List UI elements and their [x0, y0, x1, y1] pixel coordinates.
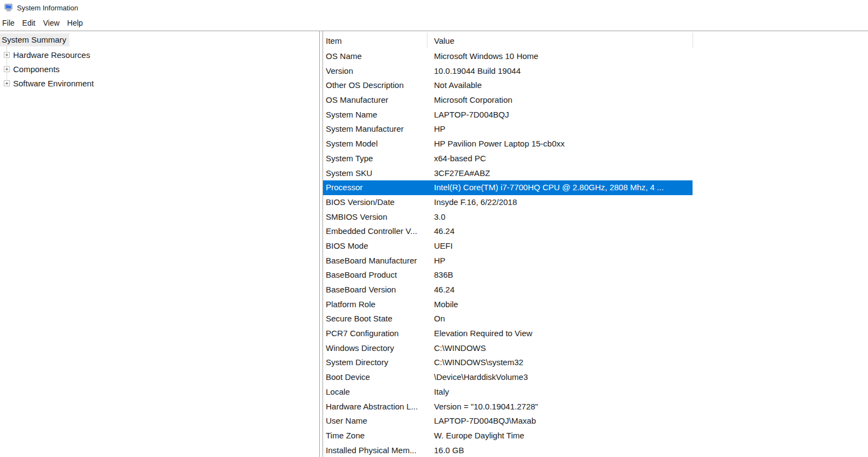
- menu-item-help[interactable]: Help: [63, 15, 87, 31]
- item-cell: Hardware Abstraction L...: [323, 400, 427, 414]
- table-row[interactable]: SMBIOS Version3.0: [323, 210, 693, 225]
- table-row[interactable]: OS ManufacturerMicrosoft Corporation: [323, 93, 693, 108]
- table-row[interactable]: Secure Boot StateOn: [323, 312, 693, 326]
- item-cell: PCR7 Configuration: [323, 326, 427, 341]
- table-row[interactable]: BaseBoard Product836B: [323, 268, 693, 283]
- item-cell: System Directory: [323, 355, 427, 370]
- table-row[interactable]: System DirectoryC:\WINDOWS\system32: [323, 355, 693, 370]
- expand-plus-icon[interactable]: [4, 66, 10, 72]
- item-cell: Embedded Controller V...: [323, 224, 427, 239]
- item-cell: Secure Boot State: [323, 312, 427, 326]
- tree-items: Hardware ResourcesComponentsSoftware Env…: [0, 48, 319, 91]
- item-cell: Platform Role: [323, 297, 427, 312]
- tree-item-label: Components: [13, 65, 60, 74]
- item-cell: OS Name: [323, 49, 427, 64]
- value-cell: LAPTOP-7D004BQJ\Maxab: [427, 414, 693, 429]
- item-cell: BaseBoard Version: [323, 283, 427, 297]
- item-cell: Version: [323, 64, 427, 79]
- column-header-item[interactable]: Item: [326, 31, 424, 49]
- table-row[interactable]: OS NameMicrosoft Windows 10 Home: [323, 49, 693, 64]
- tree-item-components[interactable]: Components: [0, 62, 319, 77]
- tree-item-label: System Summary: [0, 33, 69, 46]
- value-cell: 3.0: [427, 210, 693, 225]
- value-cell: Elevation Required to View: [427, 326, 693, 341]
- table-row[interactable]: System SKU3CF27EA#ABZ: [323, 166, 693, 181]
- value-cell: HP Pavilion Power Laptop 15-cb0xx: [427, 137, 693, 151]
- value-cell: On: [427, 312, 693, 326]
- value-cell: Not Available: [427, 78, 693, 93]
- table-row[interactable]: BaseBoard Version46.24: [323, 283, 693, 297]
- content-area: System Summary Hardware ResourcesCompone…: [0, 31, 868, 457]
- table-row[interactable]: Time ZoneW. Europe Daylight Time: [323, 429, 693, 443]
- menu-bar: FileEditViewHelp: [0, 15, 868, 31]
- table-row[interactable]: Platform RoleMobile: [323, 297, 693, 312]
- table-row[interactable]: System ModelHP Pavilion Power Laptop 15-…: [323, 137, 693, 151]
- value-cell: 46.24: [427, 283, 693, 297]
- item-cell: Installed Physical Mem...: [323, 443, 427, 457]
- value-cell: C:\WINDOWS: [427, 341, 693, 356]
- column-divider[interactable]: [693, 33, 693, 48]
- column-divider[interactable]: [427, 33, 427, 48]
- item-cell: BIOS Version/Date: [323, 195, 427, 210]
- table-row[interactable]: System Typex64-based PC: [323, 151, 693, 166]
- table-row[interactable]: Boot Device\Device\HarddiskVolume3: [323, 370, 693, 385]
- value-cell: W. Europe Daylight Time: [427, 429, 693, 443]
- item-cell: Locale: [323, 385, 427, 400]
- table-row[interactable]: BIOS Version/DateInsyde F.16, 6/22/2018: [323, 195, 693, 210]
- tree-item-hardware-resources[interactable]: Hardware Resources: [0, 48, 319, 62]
- value-cell: Insyde F.16, 6/22/2018: [427, 195, 693, 210]
- item-cell: System Manufacturer: [323, 122, 427, 137]
- table-row[interactable]: BaseBoard ManufacturerHP: [323, 254, 693, 268]
- system-information-icon: [4, 3, 13, 12]
- item-cell: BIOS Mode: [323, 239, 427, 254]
- column-header-value[interactable]: Value: [434, 31, 685, 49]
- menu-item-edit[interactable]: Edit: [19, 15, 39, 31]
- table-row[interactable]: User NameLAPTOP-7D004BQJ\Maxab: [323, 414, 693, 429]
- table-row[interactable]: Embedded Controller V...46.24: [323, 224, 693, 239]
- table-row[interactable]: PCR7 ConfigurationElevation Required to …: [323, 326, 693, 341]
- tree-item-label: Software Environment: [13, 79, 94, 88]
- menu-item-file[interactable]: File: [0, 15, 19, 31]
- item-cell: Other OS Description: [323, 78, 427, 93]
- detail-list-panel: Item Value OS NameMicrosoft Windows 10 H…: [322, 31, 868, 457]
- value-cell: 10.0.19044 Build 19044: [427, 64, 693, 79]
- item-cell: Time Zone: [323, 429, 427, 443]
- value-cell: LAPTOP-7D004BQJ: [427, 108, 693, 122]
- value-cell: Version = "10.0.19041.2728": [427, 400, 693, 414]
- value-cell: \Device\HarddiskVolume3: [427, 370, 693, 385]
- item-cell: SMBIOS Version: [323, 210, 427, 225]
- table-row[interactable]: Version10.0.19044 Build 19044: [323, 64, 693, 79]
- tree-item-system-summary[interactable]: System Summary: [0, 33, 69, 46]
- table-row[interactable]: LocaleItaly: [323, 385, 693, 400]
- table-row[interactable]: ProcessorIntel(R) Core(TM) i7-7700HQ CPU…: [323, 180, 693, 195]
- value-cell: x64-based PC: [427, 151, 693, 166]
- menu-item-view[interactable]: View: [39, 15, 63, 31]
- item-cell: System Name: [323, 108, 427, 122]
- value-cell: Intel(R) Core(TM) i7-7700HQ CPU @ 2.80GH…: [427, 180, 693, 195]
- table-row[interactable]: Windows DirectoryC:\WINDOWS: [323, 341, 693, 356]
- list-header: Item Value: [323, 31, 868, 49]
- expand-plus-icon[interactable]: [4, 80, 10, 86]
- table-row[interactable]: BIOS ModeUEFI: [323, 239, 693, 254]
- title-bar: System Information: [0, 0, 868, 15]
- value-cell: 46.24: [427, 224, 693, 239]
- category-tree-panel: System Summary Hardware ResourcesCompone…: [0, 31, 320, 457]
- table-row[interactable]: Installed Physical Mem...16.0 GB: [323, 443, 693, 457]
- item-cell: System Type: [323, 151, 427, 166]
- tree-item-software-environment[interactable]: Software Environment: [0, 77, 319, 91]
- item-cell: BaseBoard Product: [323, 268, 427, 283]
- value-cell: 836B: [427, 268, 693, 283]
- value-cell: Microsoft Windows 10 Home: [427, 49, 693, 64]
- table-row[interactable]: System ManufacturerHP: [323, 122, 693, 137]
- value-cell: Italy: [427, 385, 693, 400]
- window-title: System Information: [17, 4, 78, 12]
- list-body: OS NameMicrosoft Windows 10 HomeVersion1…: [323, 49, 868, 457]
- value-cell: Microsoft Corporation: [427, 93, 693, 108]
- table-row[interactable]: Other OS DescriptionNot Available: [323, 78, 693, 93]
- table-row[interactable]: Hardware Abstraction L...Version = "10.0…: [323, 400, 693, 414]
- table-row[interactable]: System NameLAPTOP-7D004BQJ: [323, 108, 693, 122]
- value-cell: HP: [427, 254, 693, 268]
- item-cell: System SKU: [323, 166, 427, 181]
- item-cell: Processor: [323, 180, 427, 195]
- expand-plus-icon[interactable]: [4, 52, 10, 58]
